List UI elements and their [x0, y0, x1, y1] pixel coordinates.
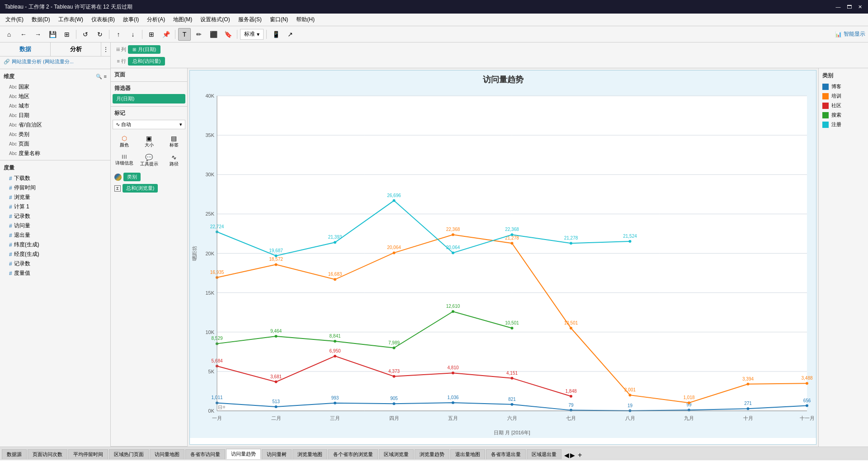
title-bar: Tableau - 工作簿 2 - Tableau 许可证将在 12 天后过期 …	[0, 0, 868, 14]
tab-region-exits[interactable]: 区域退出量	[527, 449, 561, 459]
scroll-tabs-left[interactable]: ◀	[564, 452, 569, 459]
dim-province[interactable]: Abc省/自治区	[0, 120, 110, 130]
toolbar-bookmark[interactable]: 🔖	[222, 28, 234, 41]
filter-pill-date[interactable]: 月(日期)	[113, 94, 185, 103]
dim-date[interactable]: Abc日期	[0, 111, 110, 120]
toolbar-home[interactable]: ⌂	[3, 28, 15, 41]
marks-label-btn[interactable]: ▤ 标签	[162, 133, 185, 150]
tab-region-hot[interactable]: 区域热门页面	[109, 449, 149, 459]
tab-province-exits[interactable]: 各省市退出量	[486, 449, 526, 459]
menu-story[interactable]: 故事(I)	[119, 15, 142, 24]
marks-path-btn[interactable]: ∿ 路径	[162, 152, 185, 169]
dim-country[interactable]: Abc国家	[0, 82, 110, 92]
toolbar-back[interactable]: ←	[17, 28, 30, 41]
menu-dashboard[interactable]: 仪表板(B)	[88, 15, 118, 24]
tabs-bar: 数据源 页面访问次数 平均停留时间 区域热门页面 访问量地图 各省市访问量 访问…	[0, 447, 868, 459]
tab-province-pageviews[interactable]: 各个省市的浏览量	[328, 449, 378, 459]
toolbar-fit[interactable]: ⊞	[145, 28, 158, 41]
left-panel-menu[interactable]: ⋮	[101, 42, 110, 56]
dim-region[interactable]: Abc地区	[0, 92, 110, 101]
dimensions-search-icon[interactable]: 🔍	[96, 74, 102, 80]
toolbar-add-datasource[interactable]: ⊞	[61, 28, 73, 41]
legend-item-search[interactable]: 搜索	[822, 112, 864, 118]
toolbar-share[interactable]: ↗	[284, 28, 297, 41]
marks-dropdown[interactable]: ∿ 自动 ▾	[113, 120, 185, 129]
toolbar-forward[interactable]: →	[32, 28, 44, 41]
menu-file[interactable]: 文件(E)	[2, 15, 27, 24]
tab-avg-dwell[interactable]: 平均停留时间	[68, 449, 108, 459]
pages-section: 页面	[111, 68, 187, 82]
marks-size-btn[interactable]: ▣ 大小	[137, 133, 160, 150]
measure-lat[interactable]: #纬度(生成)	[0, 240, 110, 249]
marks-views-pill[interactable]: Σ 总和(浏览量)	[113, 183, 185, 193]
tab-province-visits[interactable]: 各省市访问量	[185, 449, 225, 459]
menu-analysis[interactable]: 分析(A)	[143, 15, 169, 24]
measure-value[interactable]: #度量值	[0, 268, 110, 278]
minimize-button[interactable]: —	[835, 3, 842, 10]
legend-item-blog[interactable]: 博客	[822, 83, 864, 90]
close-button[interactable]: ✕	[856, 3, 863, 10]
rows-pill[interactable]: 总和(访问量)	[128, 57, 165, 66]
menu-format[interactable]: 设置格式(O)	[197, 15, 233, 24]
toolbar-brush[interactable]: ✏	[193, 28, 205, 41]
tab-region-pageviews[interactable]: 区域浏览量	[379, 449, 414, 459]
tab-pageview-map[interactable]: 浏览量地图	[292, 449, 327, 459]
measure-lon[interactable]: #经度(生成)	[0, 249, 110, 259]
marks-detail-btn[interactable]: ⁞⁞⁞ 详细信息	[113, 152, 136, 169]
menu-help[interactable]: 帮助(H)	[292, 15, 318, 24]
menu-window[interactable]: 窗口(N)	[266, 15, 292, 24]
toolbar-redo[interactable]: ↻	[94, 28, 106, 41]
toolbar-undo[interactable]: ↺	[79, 28, 92, 41]
measure-records2[interactable]: #记录数	[0, 259, 110, 268]
measure-downloads[interactable]: #下载数	[0, 174, 110, 183]
toolbar-fit-dropdown[interactable]: 标准 ▾	[240, 29, 264, 40]
legend-item-register[interactable]: 注册	[822, 121, 864, 128]
toolbar-device[interactable]: 📱	[269, 28, 282, 41]
dimensions-sort-icon[interactable]: ≡	[104, 74, 107, 80]
tab-exit-map[interactable]: 退出量地图	[450, 449, 485, 459]
tab-analysis[interactable]: 分析	[51, 42, 101, 56]
marks-tooltip-btn[interactable]: 💬 工具提示	[137, 152, 160, 169]
maximize-button[interactable]: 🗖	[845, 3, 853, 10]
measure-visits[interactable]: #访问量	[0, 221, 110, 230]
smart-display-button[interactable]: 📊 智能显示	[835, 30, 865, 38]
tab-visit-trend[interactable]: 访问量趋势	[226, 449, 261, 459]
cols-pill[interactable]: ⊞ 月(日期)	[128, 45, 160, 54]
toolbar-save[interactable]: 💾	[46, 28, 59, 41]
measure-pageviews[interactable]: #浏览量	[0, 193, 110, 202]
toolbar-sort-asc[interactable]: ↑	[112, 28, 125, 41]
toolbar-sep6	[266, 30, 267, 39]
marks-category-pill[interactable]: 类别	[113, 172, 185, 182]
measure-dwell[interactable]: #停留时间	[0, 183, 110, 193]
dim-page[interactable]: Abc页面	[0, 139, 110, 149]
toolbar-sort-desc[interactable]: ↓	[127, 28, 139, 41]
tab-data[interactable]: 数据	[0, 42, 51, 56]
menu-map[interactable]: 地图(M)	[170, 15, 196, 24]
legend-item-community[interactable]: 社区	[822, 102, 864, 109]
dim-city[interactable]: Abc城市	[0, 101, 110, 111]
measure-exits[interactable]: #退出量	[0, 230, 110, 240]
tab-pageview-trend[interactable]: 浏览量趋势	[415, 449, 449, 459]
tab-visit-map[interactable]: 访问量地图	[150, 449, 184, 459]
toolbar-text[interactable]: T	[178, 28, 191, 41]
measure-calc1[interactable]: #计算 1	[0, 202, 110, 212]
datasource-item[interactable]: 🔗 网站流量分析 (网站流量分...	[0, 56, 110, 67]
marks-color-btn[interactable]: ⬡ 颜色	[113, 133, 136, 150]
tab-page-visits[interactable]: 页面访问次数	[28, 449, 67, 459]
dim-category[interactable]: Abc类别	[0, 130, 110, 139]
toolbar-highlight[interactable]: ⬛	[207, 28, 220, 41]
add-sheet-button[interactable]: +	[578, 451, 582, 459]
menu-data[interactable]: 数据(D)	[28, 15, 54, 24]
measure-records[interactable]: #记录数	[0, 212, 110, 221]
menu-worksheet[interactable]: 工作表(W)	[55, 15, 87, 24]
legend-item-training[interactable]: 培训	[822, 93, 864, 99]
measures-header: 度量	[0, 162, 110, 174]
canvas-area: 页面 筛选器 月(日期) 标记 ∿ 自动 ▾ ⬡	[111, 68, 868, 447]
menu-server[interactable]: 服务器(S)	[235, 15, 265, 24]
tab-datasource[interactable]: 数据源	[2, 449, 27, 459]
dim-measure-name[interactable]: Abc度量名称	[0, 149, 110, 158]
toolbar-pin[interactable]: 📌	[160, 28, 172, 41]
shelves: iii 列 ⊞ 月(日期) ≡ 行 总和(访问量)	[111, 42, 868, 68]
scroll-tabs-right[interactable]: ▶	[570, 452, 575, 459]
tab-visit-tree[interactable]: 访问量树	[262, 449, 292, 459]
